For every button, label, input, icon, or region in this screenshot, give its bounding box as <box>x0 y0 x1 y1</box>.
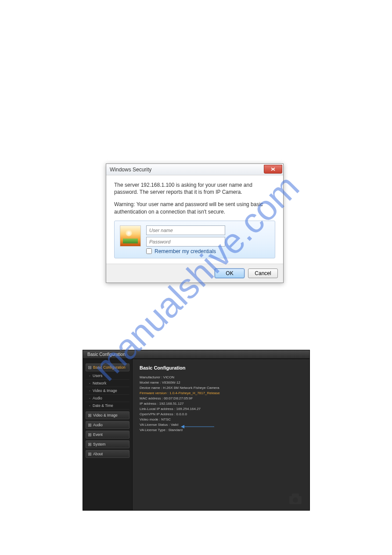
sidebar-group-event-label: Event <box>93 432 103 437</box>
sidebar-item-network[interactable]: Network <box>86 380 129 387</box>
user-avatar-icon <box>120 225 141 247</box>
info-line: Device name : H.26X 8M Network Fisheye C… <box>140 385 302 391</box>
sidebar-group-event[interactable]: + Event <box>86 431 129 439</box>
dialog-title: Windows Security <box>110 167 151 173</box>
config-body: − Basic Configuration Users Network Vide… <box>83 359 309 510</box>
remember-checkbox[interactable] <box>146 248 152 254</box>
info-line: MAC address : 00:07:D8:27:05:9F <box>140 396 302 401</box>
sidebar-group-audio[interactable]: + Audio <box>86 421 129 429</box>
config-titlebar: Basic Configuration <box>83 350 309 359</box>
camera-logo-icon <box>287 491 304 506</box>
config-main: Basic Configuration Manufacturer : VICON… <box>132 359 309 510</box>
plus-icon: + <box>88 443 91 446</box>
dialog-footer: OK Cancel <box>106 264 283 283</box>
sidebar-group-audio-label: Audio <box>93 423 103 427</box>
config-sidebar: − Basic Configuration Users Network Vide… <box>83 359 132 510</box>
sidebar-group-about[interactable]: + About <box>86 450 129 458</box>
svg-point-3 <box>293 497 298 503</box>
sidebar-group-system-label: System <box>93 442 105 446</box>
ok-button[interactable]: OK <box>215 268 245 278</box>
info-line: VA License Type : Standard <box>140 428 302 433</box>
sidebar-item-audio[interactable]: Audio <box>86 395 129 402</box>
sidebar-header-basic[interactable]: − Basic Configuration <box>86 363 129 371</box>
dialog-body: The server 192.168.1.100 is asking for y… <box>106 175 283 264</box>
sidebar-group-about-label: About <box>93 452 103 456</box>
info-line: VA License Status : Valid <box>140 422 302 428</box>
cancel-button[interactable]: Cancel <box>248 268 278 278</box>
config-title: Basic Configuration <box>87 352 126 357</box>
sidebar-item-video-image[interactable]: Video & Image <box>86 387 129 395</box>
plus-icon: + <box>88 414 91 417</box>
plus-icon: + <box>88 433 91 436</box>
info-line: Video mode : NTSC <box>140 417 302 422</box>
main-heading: Basic Configuration <box>140 365 302 370</box>
info-line: Model name : V8360W-12 <box>140 380 302 385</box>
sidebar-group-video[interactable]: + Video & Image <box>86 411 129 419</box>
sidebar-basic-label: Basic Configuration <box>93 365 126 370</box>
close-button[interactable] <box>264 165 282 174</box>
dialog-titlebar: Windows Security <box>106 164 283 175</box>
close-icon <box>270 167 276 171</box>
config-panel: Basic Configuration − Basic Configuratio… <box>83 350 310 511</box>
sidebar-item-date-time[interactable]: Date & Time <box>86 402 129 410</box>
dialog-warning: Warning: Your user name and password wil… <box>114 201 275 215</box>
info-lines: Manufacturer : VICONModel name : V8360W-… <box>140 375 302 433</box>
info-line: Link-Local IP address : 169.254.164.27 <box>140 406 302 412</box>
remember-row[interactable]: Remember my credentials <box>146 248 270 254</box>
credentials-box: Remember my credentials <box>114 221 275 258</box>
svg-rect-4 <box>292 493 299 497</box>
info-line: OpenVPN IP Address : 0.0.0.0 <box>140 412 302 417</box>
minus-icon: − <box>88 366 91 369</box>
dialog-message-1: The server 192.168.1.100 is asking for y… <box>114 181 275 196</box>
password-input[interactable] <box>146 237 225 247</box>
sidebar-item-users[interactable]: Users <box>86 372 129 380</box>
plus-icon: + <box>88 424 91 427</box>
info-line: Firmware version : 1.0.4-Fisheye_H_7817_… <box>140 391 302 396</box>
remember-label: Remember my credentials <box>155 248 216 254</box>
sidebar-group-system[interactable]: + System <box>86 440 129 448</box>
username-input[interactable] <box>146 225 225 235</box>
plus-icon: + <box>88 453 91 456</box>
credential-fields: Remember my credentials <box>146 225 270 254</box>
info-line: IP address : 192.168.51.127 <box>140 401 302 406</box>
info-line: Manufacturer : VICON <box>140 375 302 380</box>
windows-security-dialog: Windows Security The server 192.168.1.10… <box>106 163 284 283</box>
sidebar-group-video-label: Video & Image <box>93 413 118 417</box>
